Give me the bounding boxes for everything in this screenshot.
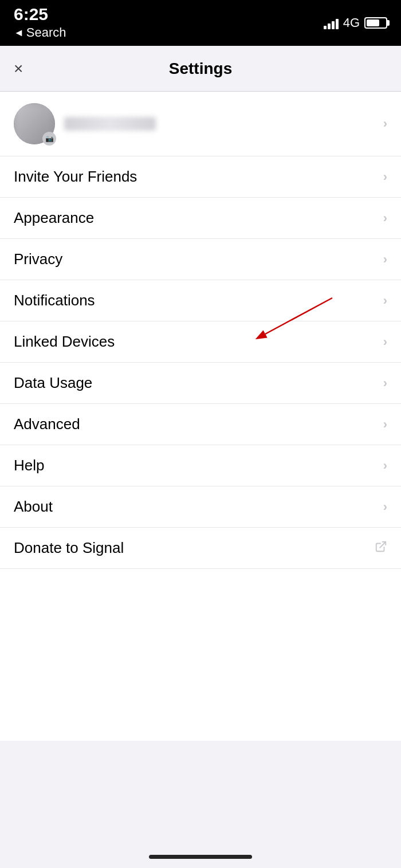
camera-icon: 📷	[42, 132, 56, 146]
menu-item-privacy[interactable]: Privacy ›	[0, 239, 401, 280]
chevron-icon: ›	[383, 500, 387, 514]
status-search: ◄ Search	[14, 25, 66, 40]
page-title: Settings	[169, 60, 232, 78]
chevron-icon: ›	[383, 335, 387, 349]
back-arrow-icon: ◄	[14, 27, 24, 39]
menu-item-data-usage[interactable]: Data Usage ›	[0, 363, 401, 404]
nav-bar: × Settings	[0, 46, 401, 92]
battery-icon	[364, 17, 387, 29]
profile-chevron-icon: ›	[383, 116, 387, 131]
menu-item-about[interactable]: About ›	[0, 486, 401, 528]
profile-name	[64, 117, 156, 131]
chevron-icon: ›	[383, 170, 387, 184]
status-time: 6:25	[14, 6, 66, 23]
menu-item-donate[interactable]: Donate to Signal	[0, 528, 401, 569]
home-indicator	[149, 855, 252, 859]
status-left: 6:25 ◄ Search	[14, 6, 66, 40]
avatar: 📷	[14, 103, 55, 144]
menu-item-appearance[interactable]: Appearance ›	[0, 198, 401, 239]
menu-item-invite-friends[interactable]: Invite Your Friends ›	[0, 156, 401, 198]
menu-item-advanced[interactable]: Advanced ›	[0, 404, 401, 445]
chevron-icon: ›	[383, 293, 387, 308]
profile-row[interactable]: 📷 ›	[0, 92, 401, 156]
chevron-icon: ›	[383, 376, 387, 391]
status-bar: 6:25 ◄ Search 4G	[0, 0, 401, 46]
chevron-icon: ›	[383, 252, 387, 267]
external-link-icon	[375, 540, 387, 556]
network-type: 4G	[343, 15, 360, 30]
chevron-icon: ›	[383, 211, 387, 226]
menu-item-linked-devices[interactable]: Linked Devices ›	[0, 321, 401, 363]
profile-left: 📷	[14, 103, 156, 144]
empty-space	[0, 569, 401, 741]
menu-item-notifications[interactable]: Notifications ›	[0, 280, 401, 321]
settings-menu: Invite Your Friends › Appearance › Priva…	[0, 156, 401, 569]
chevron-icon: ›	[383, 417, 387, 432]
close-button[interactable]: ×	[14, 60, 23, 78]
chevron-icon: ›	[383, 458, 387, 473]
signal-bars-icon	[324, 17, 339, 29]
status-right: 4G	[324, 15, 387, 30]
menu-item-help[interactable]: Help ›	[0, 445, 401, 486]
svg-line-2	[380, 541, 386, 547]
